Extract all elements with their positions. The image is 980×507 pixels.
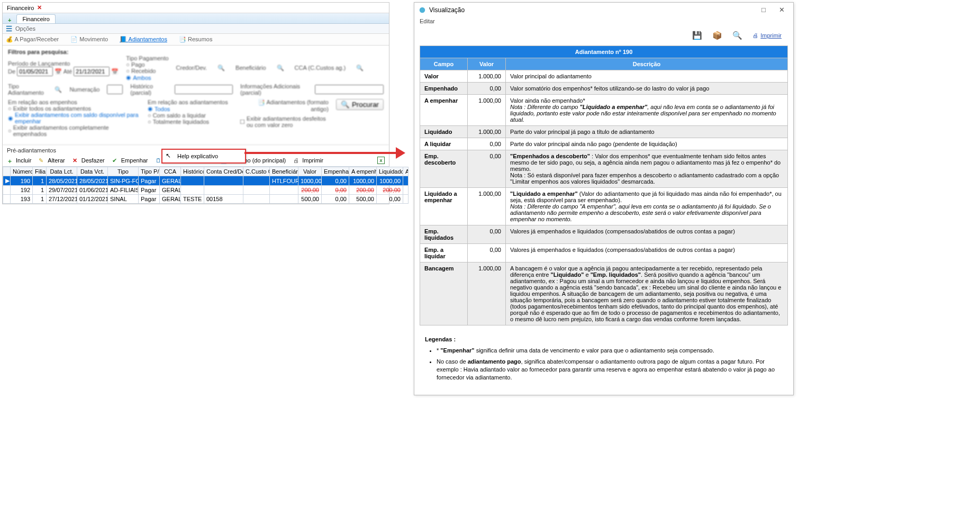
date-from[interactable]: [17, 67, 53, 76]
cursor-icon: ↖: [166, 152, 171, 159]
menu-pagar-receber[interactable]: 💰 A Pagar/Receber: [6, 36, 59, 43]
list-icon: [6, 25, 13, 32]
detail-content: Adiantamento nº 190 Campo Valor Descriçã…: [414, 46, 793, 395]
historico-input[interactable]: [175, 85, 233, 94]
filters-heading: Filtros para pesquisa:: [8, 49, 384, 55]
detail-row: A liquidar0,00Parte do valor principal a…: [420, 138, 788, 150]
adiantamentos-grid[interactable]: Número Filial Data Lct. Data Vct. Tipo T…: [3, 166, 389, 204]
opt-recebido[interactable]: ○ Recebido: [126, 68, 168, 74]
th-campo: Campo: [420, 58, 468, 70]
detail-row: Liquidado a empenhar1.000,00"Liquidado a…: [420, 188, 788, 225]
alterar-button[interactable]: ✎Alterar: [39, 157, 65, 164]
save-icon[interactable]: 💾: [692, 31, 702, 40]
grid-header: Número Filial Data Lct. Data Vct. Tipo T…: [3, 167, 409, 176]
table-row[interactable]: 192129/07/202101/06/2021AD-FILIAISPagarG…: [3, 186, 409, 195]
fmt-antigo-link[interactable]: 📑 Adiantamentos (formato antigo): [258, 99, 329, 112]
opt-pago[interactable]: ○ Pago: [126, 61, 168, 68]
detail-table: Campo Valor Descrição Valor1.000,00Valor…: [420, 58, 788, 325]
table-row[interactable]: ▶190128/05/202128/05/2021SIN-PG-FORPagar…: [3, 176, 409, 186]
adi-opt-1[interactable]: ◉ Todos: [148, 105, 232, 112]
close-icon[interactable]: ✕: [37, 4, 42, 11]
incluir-button[interactable]: ＋Incluir: [7, 157, 31, 164]
detail-row: A empenhar1.000,00Valor ainda não empenh…: [420, 95, 788, 126]
filter-panel: Filtros para pesquisa: Período de Lançam…: [3, 46, 389, 145]
detail-row: Emp. descoberto0,00"Empenhados a descobe…: [420, 150, 788, 188]
right-title: Visualização: [429, 6, 465, 14]
legenda-item-1: * "Empenhar" significa definir uma data …: [437, 347, 783, 355]
title-bar: Financeiro ✕: [3, 3, 389, 13]
info-adic-input[interactable]: [315, 85, 384, 94]
emp-opt-1[interactable]: ○ Exibir todos os adiantamentos: [8, 105, 140, 112]
context-menu-help[interactable]: ↖ Help explicativo: [161, 149, 246, 164]
adi-opt-3[interactable]: ○ Totalmente liquidados: [148, 119, 232, 125]
financeiro-window: Financeiro ✕ + Financeiro Opções 💰 A Pag…: [2, 2, 389, 204]
menu-adiantamentos[interactable]: 📘 Adiantamentos: [120, 36, 167, 43]
opcoes-bar[interactable]: Opções: [3, 24, 389, 34]
visualizacao-window: Visualização □ ✕ Editar 💾 📦 🔍 🖨 Imprimir…: [414, 2, 794, 395]
detail-row: Valor1.000,00Valor principal do adiantam…: [420, 70, 788, 83]
emp-opt-2[interactable]: ◉ Exibir adiantamentos com saldo disponí…: [8, 112, 140, 124]
adi-opt-2[interactable]: ○ Com saldo a liquidar: [148, 112, 232, 119]
legendas-title: Legendas :: [425, 336, 783, 342]
chk-desfeitos[interactable]: ☐ Exibir adiantamentos desfeitos ou com …: [240, 115, 329, 128]
right-menu-edit[interactable]: Editar: [414, 17, 793, 28]
empenhar-button[interactable]: ✔Empenhar: [112, 157, 148, 164]
desfazer-button[interactable]: ✕Desfazer: [72, 157, 105, 164]
package-icon[interactable]: 📦: [712, 31, 722, 40]
maximize-icon[interactable]: □: [756, 6, 771, 14]
title-text: Financeiro: [7, 5, 34, 11]
th-valor: Valor: [468, 58, 506, 70]
app-icon: [419, 6, 426, 14]
svg-rect-2: [6, 31, 12, 32]
detail-row: Liquidado1.000,00Parte do valor principa…: [420, 126, 788, 138]
tab-financeiro[interactable]: Financeiro: [16, 14, 55, 23]
detail-row: Empenhado0,00Valor somatório dos empenho…: [420, 83, 788, 95]
right-title-bar: Visualização □ ✕: [414, 3, 793, 17]
print-button[interactable]: 🖨 Imprimir: [752, 32, 782, 39]
detail-row: Emp. liquidados0,00Valores já empenhados…: [420, 225, 788, 244]
procurar-button[interactable]: 🔍 Procurar: [336, 99, 384, 110]
svg-point-3: [420, 7, 425, 13]
emp-opt-3[interactable]: ○ Exibir adiantamentos completamente emp…: [8, 124, 140, 137]
close-icon[interactable]: ✕: [774, 6, 789, 14]
zoom-icon[interactable]: 🔍: [732, 31, 742, 40]
table-row[interactable]: 193127/12/202101/12/2021SINALPagarGERALT…: [3, 195, 409, 204]
numeracao-input[interactable]: [107, 85, 123, 94]
date-to[interactable]: [74, 67, 110, 76]
menu-movimento[interactable]: 📄 Movimento: [70, 36, 108, 43]
menu-resumos[interactable]: 📑 Resumos: [179, 36, 213, 43]
annotation-arrow: [244, 147, 405, 159]
detail-row: Emp. a liquidar0,00Valores já empenhados…: [420, 244, 788, 262]
detail-row: Bancagem1.000,00A bancagem é o valor que…: [420, 262, 788, 325]
legendas-section: Legendas : * "Empenhar" significa defini…: [420, 325, 788, 381]
svg-rect-0: [6, 26, 12, 27]
detail-title: Adiantamento nº 190: [420, 46, 788, 58]
th-desc: Descrição: [506, 58, 788, 70]
legenda-item-2: No caso de adiantamento pago, significa …: [437, 358, 783, 382]
svg-rect-1: [6, 28, 12, 29]
module-menu: 💰 A Pagar/Receber 📄 Movimento 📘 Adiantam…: [3, 34, 389, 46]
add-tab-icon[interactable]: +: [5, 17, 14, 23]
opt-ambos[interactable]: ◉ Ambos: [126, 74, 168, 81]
right-toolbar: 💾 📦 🔍 🖨 Imprimir: [414, 28, 793, 46]
tab-strip: + Financeiro: [3, 13, 389, 24]
